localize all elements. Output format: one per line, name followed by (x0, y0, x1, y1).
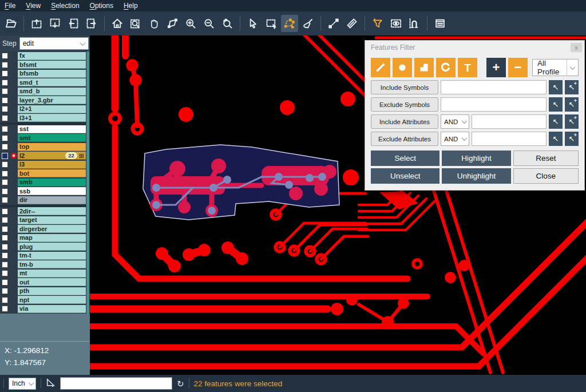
layer-checkbox-cell[interactable] (0, 88, 10, 94)
layer-checkbox-cell[interactable] (0, 70, 10, 77)
layer-checkbox[interactable] (2, 144, 8, 150)
sync-icon[interactable]: ↻ (177, 379, 184, 388)
copy-to-bottom-icon[interactable] (46, 15, 64, 32)
layer-checkbox[interactable] (2, 153, 8, 159)
highlight-button[interactable]: Highlight (442, 151, 510, 166)
include-attributes-input[interactable] (472, 114, 547, 129)
ruler-icon[interactable] (343, 15, 361, 32)
include-attributes-pick-button[interactable]: ↖ (549, 114, 563, 129)
add-filter-button[interactable]: + (486, 58, 506, 77)
include-symbols-pick-add-button[interactable]: ↖+ (565, 80, 579, 94)
layer-checkbox-cell[interactable] (0, 188, 10, 195)
menu-item-view[interactable]: View (26, 2, 41, 10)
layer-row-dir[interactable]: dir (0, 196, 86, 205)
layer-row-bfsmt[interactable]: bfsmt (0, 61, 86, 70)
layer-checkbox-cell[interactable] (0, 97, 10, 104)
exclude-attributes-button[interactable]: Exclude Attributes (371, 132, 438, 146)
layer-checkbox-cell[interactable] (0, 179, 10, 185)
layer-checkbox-cell[interactable] (0, 197, 10, 203)
table-grid-icon[interactable]: ⊞ (79, 153, 84, 159)
highlight-view-icon[interactable] (387, 15, 405, 32)
layer-checkbox[interactable] (2, 244, 8, 250)
layer-checkbox-cell[interactable] (0, 53, 10, 59)
layer-checkbox[interactable] (2, 306, 8, 312)
layer-row-smd_b[interactable]: smd_b (0, 87, 86, 96)
close-button[interactable]: Close (513, 168, 579, 184)
layer-band[interactable]: plug (18, 243, 86, 251)
layer-row-out[interactable]: out (0, 278, 86, 287)
layer-row-tm-b[interactable]: tm-b (0, 260, 86, 270)
menu-item-options[interactable]: Options (90, 2, 113, 10)
layer-band[interactable]: npt (18, 296, 86, 304)
layer-band[interactable]: tm-t (18, 252, 86, 260)
layer-row-fx[interactable]: fx (0, 52, 86, 61)
exclude-symbols-pick-button[interactable]: ↖ (549, 97, 563, 112)
layer-row-2dir--[interactable]: 2dir-- (0, 207, 86, 216)
clear-brush-icon[interactable] (299, 15, 316, 32)
filter-icon[interactable] (369, 15, 386, 32)
layer-band[interactable]: l3 (18, 161, 86, 169)
zoom-out-icon[interactable] (200, 15, 217, 32)
layer-checkbox-cell[interactable] (0, 115, 10, 121)
layer-row-smd_t[interactable]: smd_t (0, 78, 86, 88)
layer-band[interactable]: bfsmb (18, 70, 86, 78)
layer-checkbox-cell[interactable] (0, 208, 10, 215)
layer-row-l2[interactable]: l222⊞ (0, 152, 86, 161)
polygon-select-icon[interactable] (281, 15, 298, 32)
exclude-attributes-pick-add-button[interactable]: ↖+ (565, 132, 579, 146)
include-attributes-button[interactable]: Include Attributes (371, 114, 438, 129)
open-file-icon[interactable] (2, 15, 19, 32)
layer-band[interactable]: smd_t (18, 78, 86, 86)
layer-checkbox-cell[interactable] (0, 262, 10, 268)
layer-row-plug[interactable]: plug (0, 243, 86, 252)
zoom-previous-icon[interactable] (219, 15, 236, 32)
rectangle-select-icon[interactable] (263, 15, 280, 32)
dialog-title-bar[interactable]: Features Filter x (365, 41, 584, 54)
pad-feature-icon[interactable] (393, 58, 412, 77)
layer-checkbox[interactable] (2, 161, 8, 168)
layer-band[interactable]: via (18, 305, 86, 313)
select-button[interactable]: Select (371, 151, 440, 166)
layer-checkbox-cell[interactable] (0, 171, 10, 177)
remove-filter-button[interactable]: − (508, 58, 528, 77)
layer-band[interactable]: pth (18, 287, 86, 295)
layer-checkbox[interactable] (2, 208, 8, 215)
layer-row-via[interactable]: via (0, 304, 86, 314)
layer-checkbox-cell[interactable] (0, 270, 10, 276)
layer-checkbox-cell[interactable] (0, 161, 10, 168)
surface-feature-icon[interactable] (414, 58, 434, 77)
command-input[interactable] (60, 377, 172, 390)
layer-row-bfsmb[interactable]: bfsmb (0, 69, 86, 78)
include-symbols-pick-button[interactable]: ↖ (549, 80, 563, 94)
layers-panel-icon[interactable] (431, 15, 449, 32)
reset-button[interactable]: Reset (513, 151, 579, 166)
layer-band[interactable]: smt (18, 134, 86, 142)
layer-checkbox[interactable] (2, 226, 8, 232)
unit-select[interactable]: Inch (9, 378, 36, 390)
layer-row-target[interactable]: target (0, 216, 86, 225)
layer-checkbox-cell[interactable] (0, 306, 10, 312)
layer-band[interactable]: layer_3.gbr (18, 96, 86, 104)
layer-band[interactable]: target (18, 216, 86, 224)
exclude-attributes-pick-button[interactable]: ↖ (549, 132, 563, 146)
layer-checkbox[interactable] (2, 288, 8, 294)
layer-checkbox[interactable] (2, 53, 8, 59)
zoom-polygon-icon[interactable] (164, 15, 181, 32)
menu-item-file[interactable]: File (5, 2, 15, 10)
layer-row-l3+1[interactable]: l3+1 (0, 114, 86, 123)
home-view-icon[interactable] (109, 15, 126, 32)
copy-to-right-icon[interactable] (83, 15, 100, 32)
layer-row-dirgerber[interactable]: dirgerber (0, 225, 86, 234)
layer-checkbox-cell[interactable] (0, 244, 10, 250)
zoom-area-icon[interactable] (127, 15, 144, 32)
select-arrow-icon[interactable] (244, 15, 262, 32)
layer-checkbox[interactable] (2, 70, 8, 77)
layer-scrollbar[interactable] (86, 52, 89, 314)
layer-row-smt[interactable]: smt (0, 134, 86, 143)
layer-checkbox-cell[interactable] (0, 252, 10, 259)
layer-row-mt[interactable]: mt (0, 269, 86, 278)
layer-checkbox-cell[interactable] (0, 144, 10, 150)
layer-band[interactable]: tm-b (18, 260, 86, 268)
layer-checkbox[interactable] (2, 217, 8, 223)
menu-item-help[interactable]: Help (124, 2, 138, 10)
